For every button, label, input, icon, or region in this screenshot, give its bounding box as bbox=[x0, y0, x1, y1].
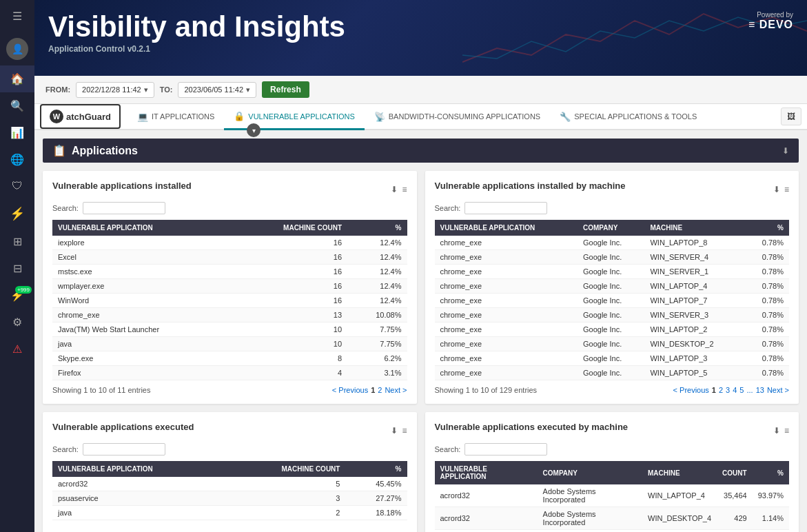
company-cell: Google Inc. bbox=[578, 294, 644, 308]
card4-search-input[interactable] bbox=[464, 443, 547, 456]
table-row: acrord32Adobe Systems IncorporatedWIN_LA… bbox=[435, 484, 790, 507]
app-cell: acrord32 bbox=[435, 507, 538, 530]
sidebar-item-chart[interactable]: 📊 bbox=[0, 119, 34, 146]
company-cell: Google Inc. bbox=[578, 236, 644, 250]
app-cell: acrord32 bbox=[435, 484, 538, 507]
hamburger-menu[interactable]: ☰ bbox=[12, 0, 22, 32]
card2-page-3[interactable]: 3 bbox=[726, 386, 730, 394]
card3-search-row: Search: bbox=[52, 443, 407, 456]
card-vuln-executed-by-machine: Vulnerable applications executed by mach… bbox=[425, 412, 799, 532]
machine-cell: WIN_SERVER_4 bbox=[644, 250, 745, 265]
card4-header: Vulnerable applications executed by mach… bbox=[435, 422, 790, 439]
app-cell: chrome_exe bbox=[435, 308, 578, 323]
card2-pagination: Showing 1 to 10 of 129 entries < Previou… bbox=[435, 386, 790, 394]
table-row: wmplayer.exe1612.4% bbox=[52, 279, 407, 294]
main-content: 📋 Applications Vulnerable applications i… bbox=[34, 130, 807, 532]
card2-next-link[interactable]: Next > bbox=[767, 386, 789, 394]
card1-actions bbox=[391, 185, 407, 194]
count-cell: 13 bbox=[234, 308, 347, 323]
devo-logo: ≡ DEVO bbox=[748, 19, 793, 31]
pct-cell: 7.75% bbox=[347, 323, 407, 337]
card2-page-2[interactable]: 2 bbox=[719, 386, 723, 394]
sidebar-item-globe[interactable]: 🌐 bbox=[0, 146, 34, 173]
export-button[interactable]: 🖼 bbox=[781, 108, 801, 125]
tab-watchguard[interactable]: W atchGuard bbox=[40, 104, 121, 129]
cards-grid: Vulnerable applications installed Search… bbox=[43, 171, 799, 532]
sidebar-item-grid[interactable]: ⊞ bbox=[0, 228, 34, 255]
card1-prev-link[interactable]: < Previous bbox=[332, 386, 368, 394]
pct-cell: 1.14% bbox=[753, 507, 789, 530]
card2-page-13[interactable]: 13 bbox=[756, 386, 764, 394]
card3-col-count: MACHINE COUNT bbox=[229, 461, 346, 477]
main-tabs: W atchGuard 💻 IT APPLICATIONS 🔒 VULNERAB… bbox=[34, 104, 807, 130]
card1-download-icon[interactable] bbox=[391, 185, 398, 194]
card2-actions bbox=[773, 185, 789, 194]
section-download-button[interactable] bbox=[782, 146, 789, 156]
machine-cell: WIN_LAPTOP_4 bbox=[644, 279, 745, 294]
card2-page-5[interactable]: 5 bbox=[739, 386, 744, 394]
card2-download-icon[interactable] bbox=[773, 185, 780, 194]
app-cell: chrome_exe bbox=[435, 236, 578, 250]
card4-download-icon[interactable] bbox=[773, 426, 780, 436]
tab-special-icon: 🔧 bbox=[560, 112, 571, 122]
pct-cell: 18.18% bbox=[345, 506, 407, 520]
table-row: psuaservice327.27% bbox=[52, 491, 407, 506]
card1-page-1[interactable]: 1 bbox=[371, 386, 375, 394]
powered-by: Powered by ≡ DEVO bbox=[748, 11, 793, 31]
pct-cell: 12.4% bbox=[347, 294, 407, 308]
table-row: acrord32Adobe Systems IncorporatedWIN_DE… bbox=[435, 507, 790, 530]
app-cell: WinWord bbox=[52, 294, 234, 308]
user-avatar[interactable]: 👤 bbox=[6, 38, 28, 60]
company-cell: Google Inc. bbox=[578, 250, 644, 265]
tab-bandwidth[interactable]: 📡 BANDWIDTH-CONSUMING APPLICATIONS bbox=[365, 105, 550, 129]
machine-cell: WIN_LAPTOP_2 bbox=[644, 323, 745, 337]
sidebar-item-settings[interactable]: ⚙ bbox=[0, 309, 34, 336]
app-cell: chrome_exe bbox=[435, 337, 578, 351]
count-cell: 10 bbox=[234, 337, 347, 351]
sidebar-item-bolt[interactable]: ⚡ +999 bbox=[0, 282, 34, 309]
card1-search-input[interactable] bbox=[83, 202, 165, 214]
pct-cell: 0.78% bbox=[745, 337, 789, 351]
to-date-picker[interactable]: 2023/06/05 11:42 ▾ bbox=[178, 82, 256, 98]
pct-cell: 0.78% bbox=[745, 236, 789, 250]
card1-next-link[interactable]: Next > bbox=[385, 386, 407, 394]
refresh-button[interactable]: Refresh bbox=[262, 81, 309, 98]
toolbar: FROM: 2022/12/28 11:42 ▾ TO: 2023/06/05 … bbox=[34, 76, 807, 104]
card1-page-2[interactable]: 2 bbox=[378, 386, 382, 394]
card1-menu-icon[interactable] bbox=[402, 185, 407, 194]
app-cell: chrome_exe bbox=[435, 265, 578, 279]
company-cell: Google Inc. bbox=[578, 366, 644, 380]
page-header: Powered by ≡ DEVO Visibility and Insight… bbox=[34, 0, 807, 76]
sidebar-item-shield[interactable]: 🛡 bbox=[0, 173, 34, 199]
pct-cell: 0.78% bbox=[745, 308, 789, 323]
from-date-picker[interactable]: 2022/12/28 11:42 ▾ bbox=[76, 82, 154, 98]
card3-col-pct: % bbox=[345, 461, 407, 477]
table-row: chrome_exeGoogle Inc.WIN_DESKTOP_20.78% bbox=[435, 337, 790, 351]
sidebar-item-search[interactable]: 🔍 bbox=[0, 92, 34, 119]
card2-prev-link[interactable]: < Previous bbox=[673, 386, 709, 394]
card3-menu-icon[interactable] bbox=[402, 426, 407, 436]
card2-page-4[interactable]: 4 bbox=[733, 386, 737, 394]
tab-bandwidth-icon: 📡 bbox=[374, 112, 385, 122]
card1-search-row: Search: bbox=[52, 202, 407, 214]
tab-bandwidth-label: BANDWIDTH-CONSUMING APPLICATIONS bbox=[389, 112, 540, 121]
card2-menu-icon[interactable] bbox=[784, 185, 789, 194]
tab-vulnerable-applications[interactable]: 🔒 VULNERABLE APPLICATIONS bbox=[224, 104, 364, 130]
card2-search-input[interactable] bbox=[464, 202, 547, 214]
sidebar-item-filter[interactable]: ⚡ bbox=[0, 199, 34, 228]
tab-it-applications[interactable]: 💻 IT APPLICATIONS bbox=[127, 105, 224, 129]
tab-special-tools[interactable]: 🔧 SPECIAL APPLICATIONS & TOOLS bbox=[550, 105, 706, 129]
sidebar-item-alert[interactable]: ⚠ bbox=[0, 336, 34, 362]
card1-col-app: VULNERABLE APPLICATION bbox=[52, 220, 234, 236]
sidebar-item-apps[interactable]: ⊟ bbox=[0, 255, 34, 282]
card3-header: Vulnerable applications executed bbox=[52, 422, 407, 439]
card1-pagination: Showing 1 to 10 of 11 entries < Previous… bbox=[52, 386, 407, 394]
count-cell: 8 bbox=[234, 351, 347, 366]
card1-col-count: MACHINE COUNT bbox=[234, 220, 347, 236]
card3-download-icon[interactable] bbox=[391, 426, 398, 436]
card4-menu-icon[interactable] bbox=[784, 426, 789, 436]
card2-page-1[interactable]: 1 bbox=[712, 386, 716, 394]
sidebar-item-home[interactable]: 🏠 bbox=[0, 65, 34, 92]
card3-search-input[interactable] bbox=[83, 443, 165, 456]
app-cell: chrome_exe bbox=[435, 351, 578, 366]
